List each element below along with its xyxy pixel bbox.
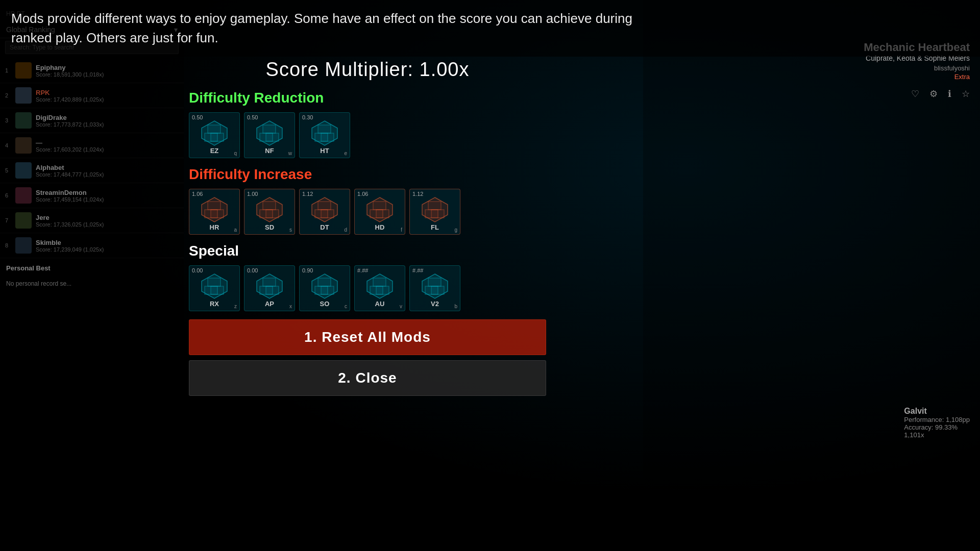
star-icon[interactable]: ☆ xyxy=(962,88,970,99)
leaderboard-entry-2[interactable]: 2 RPK Score: 17,420,889 (1,025x) xyxy=(0,83,184,108)
song-mapper: blissfulyoshi xyxy=(653,64,970,72)
svg-marker-19 xyxy=(260,210,273,218)
special-mods: 0.00 RX z 0.00 xyxy=(189,265,546,311)
svg-marker-31 xyxy=(425,210,438,218)
mod-AU-icon xyxy=(364,273,396,299)
galvit-name: Galvit xyxy=(904,407,970,416)
avatar xyxy=(15,212,32,229)
mod-NF[interactable]: 0.50 NF w xyxy=(244,112,295,158)
mod-HR[interactable]: 1.06 HR a xyxy=(189,189,240,235)
rank-number: 4 xyxy=(5,142,15,148)
rank-number: 6 xyxy=(5,192,15,198)
leaderboard-entry-8[interactable]: 8 Skimble Score: 17,239,049 (1,025x) xyxy=(0,233,184,258)
mod-SD[interactable]: 1.00 SD s xyxy=(244,189,295,235)
mod-NF-icon xyxy=(254,120,285,146)
player-score: Score: 17,773,872 (1,033x) xyxy=(36,121,104,128)
svg-marker-15 xyxy=(205,210,217,218)
rank-number: 2 xyxy=(5,92,15,98)
heart-icon[interactable]: ♡ xyxy=(911,88,919,99)
svg-marker-37 xyxy=(263,278,276,286)
player-name: — xyxy=(36,139,104,146)
galvit-accuracy: Accuracy: 99.33% xyxy=(904,423,970,431)
svg-marker-21 xyxy=(318,202,331,210)
control-icons-row: ♡ ⚙ ℹ ☆ xyxy=(653,88,970,99)
leaderboard-entry-5[interactable]: 5 Alphabet Score: 17,484,777 (1,025x) xyxy=(0,158,184,183)
svg-marker-39 xyxy=(260,286,273,294)
avatar xyxy=(15,137,32,154)
mod-panel: Score Multiplier: 1.00x Difficulty Reduc… xyxy=(174,51,561,411)
mod-V2-icon xyxy=(419,273,451,299)
player-score: Score: 17,326,025 (1,025x) xyxy=(36,221,104,228)
player-score: Score: 18,591,300 (1,018x) xyxy=(36,71,104,78)
mod-HT[interactable]: 0.30 HT e xyxy=(299,112,350,158)
info-icon[interactable]: ℹ xyxy=(948,88,951,99)
rank-number: 7 xyxy=(5,217,15,223)
player-name: DigiDrake xyxy=(36,114,104,121)
mod-DT[interactable]: 1.12 DT d xyxy=(299,189,350,235)
song-extra: Extra xyxy=(653,73,970,81)
leaderboard-entry-7[interactable]: 7 Jere Score: 17,326,025 (1,025x) xyxy=(0,208,184,233)
mod-AU[interactable]: #.## AU v xyxy=(354,265,405,311)
svg-marker-7 xyxy=(260,133,273,141)
player-score: Score: 17,459,154 (1,024x) xyxy=(36,196,104,203)
player-name: Jere xyxy=(36,214,104,221)
player-name: Alphabet xyxy=(36,164,104,171)
svg-marker-29 xyxy=(428,202,441,210)
svg-marker-1 xyxy=(208,125,220,133)
svg-marker-5 xyxy=(263,125,276,133)
sidebar: HD,DT Global Ranking ▾ 1 Epiphany Score:… xyxy=(0,0,184,551)
mod-HD[interactable]: 1.06 HD f xyxy=(354,189,405,235)
mod-AP[interactable]: 0.00 AP x xyxy=(244,265,295,311)
leaderboard-entry-4[interactable]: 4 — Score: 17,603,202 (1,024x) xyxy=(0,133,184,158)
close-button[interactable]: 2. Close xyxy=(189,360,546,396)
mod-DT-icon xyxy=(309,196,340,223)
mod-RX-icon xyxy=(199,273,230,299)
top-description-bar: Mods provide different ways to enjoy gam… xyxy=(0,0,980,57)
avatar xyxy=(15,87,32,104)
rank-number: 3 xyxy=(5,117,15,123)
difficulty-increase-label: Difficulty Increase xyxy=(189,166,546,183)
settings-icon[interactable]: ⚙ xyxy=(929,88,938,99)
reset-all-mods-button[interactable]: 1. Reset All Mods xyxy=(189,319,546,355)
mod-EZ[interactable]: 0.50 EZ q xyxy=(189,112,240,158)
no-record-text: No personal record se... xyxy=(0,278,184,289)
mod-FL[interactable]: 1.12 FL g xyxy=(409,189,460,235)
personal-best-label: Personal Best xyxy=(0,258,184,278)
svg-marker-27 xyxy=(370,210,383,218)
svg-marker-23 xyxy=(315,210,328,218)
svg-marker-45 xyxy=(373,278,386,286)
svg-marker-33 xyxy=(208,278,220,286)
mod-SO[interactable]: 0.90 SO c xyxy=(299,265,350,311)
leaderboard-entry-6[interactable]: 6 StreaminDemon Score: 17,459,154 (1,024… xyxy=(0,183,184,208)
leaderboard-entry-3[interactable]: 3 DigiDrake Score: 17,773,872 (1,033x) xyxy=(0,108,184,133)
mod-EZ-icon xyxy=(199,120,230,146)
svg-marker-25 xyxy=(373,202,386,210)
description-text: Mods provide different ways to enjoy gam… xyxy=(11,9,675,47)
right-panel: Mechanic Heartbeat Culprate, Keota & Sop… xyxy=(643,0,980,551)
difficulty-reduction-label: Difficulty Reduction xyxy=(189,90,546,106)
difficulty-increase-mods: 1.06 HR a 1.00 xyxy=(189,189,546,235)
galvit-section: Galvit Performance: 1,108pp Accuracy: 99… xyxy=(904,407,970,439)
svg-marker-13 xyxy=(208,202,220,210)
mod-V2[interactable]: #.## V2 b xyxy=(409,265,460,311)
galvit-combo: 1,101x xyxy=(904,431,970,439)
player-name: Epiphany xyxy=(36,64,104,71)
player-score: Score: 17,603,202 (1,024x) xyxy=(36,146,104,153)
avatar xyxy=(15,62,32,79)
mod-HD-icon xyxy=(364,196,396,223)
avatar xyxy=(15,237,32,254)
mod-RX[interactable]: 0.00 RX z xyxy=(189,265,240,311)
svg-marker-11 xyxy=(315,133,328,141)
leaderboard-entry-1[interactable]: 1 Epiphany Score: 18,591,300 (1,018x) xyxy=(0,58,184,83)
svg-marker-47 xyxy=(370,286,383,294)
player-score: Score: 17,420,889 (1,025x) xyxy=(36,96,104,103)
svg-marker-49 xyxy=(428,278,441,286)
player-score: Score: 17,239,049 (1,025x) xyxy=(36,246,104,253)
player-name: Skimble xyxy=(36,239,104,246)
mod-FL-icon xyxy=(419,196,451,223)
svg-marker-41 xyxy=(318,278,331,286)
player-name: StreaminDemon xyxy=(36,189,104,196)
svg-marker-43 xyxy=(315,286,328,294)
special-label: Special xyxy=(189,243,546,259)
score-multiplier-text: Score Multiplier: 1.00x xyxy=(266,59,470,80)
